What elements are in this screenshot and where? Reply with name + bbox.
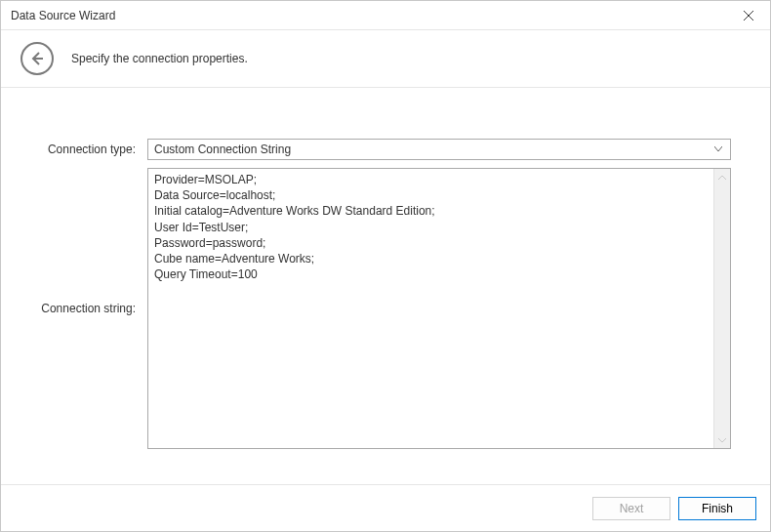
scrollbar[interactable] bbox=[713, 169, 730, 448]
chevron-down-icon bbox=[718, 437, 726, 443]
chevron-down-icon bbox=[710, 146, 726, 152]
connection-type-combo[interactable]: Custom Connection String bbox=[147, 139, 731, 160]
footer: Next Finish bbox=[1, 484, 770, 531]
wizard-subtitle: Specify the connection properties. bbox=[71, 52, 248, 65]
connection-type-label: Connection type: bbox=[40, 143, 147, 156]
connection-string-input[interactable] bbox=[148, 169, 713, 448]
close-icon bbox=[744, 11, 753, 20]
connection-string-wrap bbox=[147, 168, 731, 449]
finish-button[interactable]: Finish bbox=[678, 497, 756, 520]
form-area: Connection type: Custom Connection Strin… bbox=[1, 88, 770, 449]
window-title: Data Source Wizard bbox=[11, 9, 115, 22]
connection-type-value: Custom Connection String bbox=[154, 143, 710, 156]
back-button[interactable] bbox=[20, 42, 54, 75]
close-button[interactable] bbox=[726, 1, 770, 30]
wizard-header: Specify the connection properties. bbox=[1, 30, 770, 88]
chevron-up-icon bbox=[718, 175, 726, 181]
connection-string-row: Connection string: bbox=[40, 168, 731, 449]
next-button: Next bbox=[592, 497, 670, 520]
connection-type-row: Connection type: Custom Connection Strin… bbox=[40, 139, 731, 160]
arrow-left-icon bbox=[29, 51, 45, 66]
titlebar: Data Source Wizard bbox=[1, 1, 770, 30]
connection-string-label: Connection string: bbox=[40, 302, 147, 315]
scroll-down-button[interactable] bbox=[714, 431, 730, 448]
scroll-up-button[interactable] bbox=[714, 169, 730, 185]
